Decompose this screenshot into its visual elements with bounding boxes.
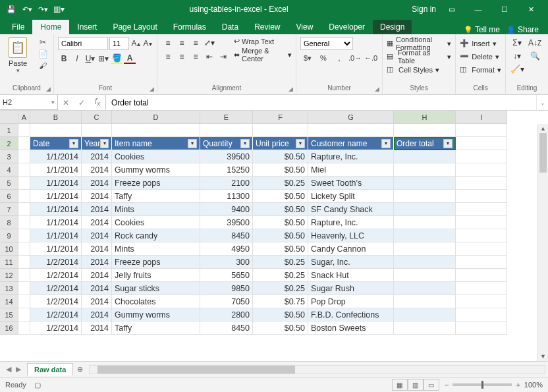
- cell[interactable]: $0.75: [253, 295, 308, 308]
- redo-icon[interactable]: ↷▾: [36, 2, 50, 16]
- paste-button[interactable]: 📋 Paste ▾: [4, 37, 32, 74]
- cut-icon[interactable]: ✂: [36, 37, 49, 47]
- formula-input[interactable]: [106, 95, 536, 110]
- cell[interactable]: [394, 295, 456, 308]
- scroll-up-icon[interactable]: ▲: [538, 124, 548, 133]
- tell-me[interactable]: Tell me: [464, 25, 500, 34]
- row-header[interactable]: 7: [0, 203, 18, 216]
- row-header[interactable]: 12: [0, 269, 18, 282]
- filter-button[interactable]: [69, 139, 78, 148]
- cell[interactable]: Sugar, Inc.: [308, 256, 394, 269]
- increase-decimal-icon[interactable]: .0→: [348, 52, 362, 64]
- tab-insert[interactable]: Insert: [69, 20, 105, 34]
- new-sheet-button[interactable]: ⊕: [73, 365, 86, 374]
- table-header-cust[interactable]: Customer name: [308, 137, 394, 150]
- cell[interactable]: Sugar sticks: [112, 282, 200, 295]
- cell[interactable]: 1/2/2014: [30, 322, 82, 335]
- cell[interactable]: [456, 269, 507, 282]
- cell[interactable]: [456, 295, 507, 308]
- cell[interactable]: Rapture, Inc.: [308, 150, 394, 163]
- cell[interactable]: 1/1/2014: [30, 229, 82, 242]
- wrap-text-button[interactable]: ↩Wrap Text: [234, 37, 292, 45]
- view-page-break-icon[interactable]: ▭: [424, 379, 439, 391]
- cell[interactable]: 2014: [82, 190, 112, 203]
- tab-home[interactable]: Home: [32, 20, 69, 34]
- cell[interactable]: Sugar Rush: [308, 282, 394, 295]
- cell[interactable]: [456, 242, 507, 256]
- col-header-F[interactable]: F: [253, 111, 308, 124]
- cell[interactable]: F.B.D. Confections: [308, 308, 394, 322]
- cell[interactable]: 1/1/2014: [30, 163, 82, 177]
- cell[interactable]: [394, 150, 456, 163]
- find-select-icon[interactable]: 🔍: [526, 50, 544, 62]
- fill-icon[interactable]: ↓▾: [510, 50, 524, 62]
- align-middle-icon[interactable]: ≡: [175, 37, 188, 49]
- row-header[interactable]: 1: [0, 124, 18, 137]
- tab-developer[interactable]: Developer: [321, 20, 373, 34]
- clear-icon[interactable]: 🧹▾: [510, 63, 524, 75]
- cell[interactable]: 2014: [82, 322, 112, 335]
- cell[interactable]: 1/2/2014: [30, 256, 82, 269]
- cell[interactable]: 1/1/2014: [30, 242, 82, 256]
- border-button[interactable]: ⊞▾: [97, 53, 109, 65]
- filter-button[interactable]: [381, 139, 391, 148]
- cell[interactable]: 1/1/2014: [30, 190, 82, 203]
- cell[interactable]: Sweet Tooth's: [308, 177, 394, 190]
- cell[interactable]: 39500: [200, 216, 253, 229]
- view-page-layout-icon[interactable]: ▥: [408, 379, 424, 391]
- cell[interactable]: [394, 308, 456, 322]
- orientation-icon[interactable]: ⤢▾: [203, 37, 216, 49]
- macro-record-icon[interactable]: ▢: [34, 381, 41, 389]
- cell[interactable]: [456, 229, 507, 242]
- align-right-icon[interactable]: ≡: [189, 51, 202, 63]
- table-header-item[interactable]: Item name: [112, 137, 200, 150]
- tab-data[interactable]: Data: [214, 20, 246, 34]
- cell[interactable]: [18, 203, 30, 216]
- italic-button[interactable]: I: [71, 53, 83, 65]
- cell[interactable]: Cookies: [112, 150, 200, 163]
- percent-format-icon[interactable]: %: [316, 52, 331, 64]
- table-header-date[interactable]: Date: [30, 137, 82, 150]
- cell[interactable]: 2014: [82, 229, 112, 242]
- cell[interactable]: 2014: [82, 308, 112, 322]
- row-header[interactable]: 14: [0, 295, 18, 308]
- worksheet-grid[interactable]: ABCDEFGHI12DateYearItem nameQuantityUnit…: [0, 111, 548, 361]
- autosum-icon[interactable]: Σ▾: [510, 37, 524, 49]
- cell[interactable]: [112, 124, 200, 137]
- dialog-launcher-icon[interactable]: ◢: [375, 84, 379, 94]
- cell[interactable]: 2014: [82, 269, 112, 282]
- cell[interactable]: $0.25: [253, 269, 308, 282]
- cell[interactable]: 2014: [82, 256, 112, 269]
- filter-button[interactable]: [443, 139, 452, 148]
- cell[interactable]: [394, 322, 456, 335]
- cell[interactable]: 2014: [82, 150, 112, 163]
- cell[interactable]: [200, 124, 253, 137]
- cell[interactable]: [456, 282, 507, 295]
- font-color-button[interactable]: A: [124, 53, 136, 65]
- cell[interactable]: [30, 124, 82, 137]
- cell[interactable]: [394, 190, 456, 203]
- cell[interactable]: [18, 190, 30, 203]
- accounting-format-icon[interactable]: $▾: [300, 52, 315, 64]
- cell[interactable]: Freeze pops: [112, 177, 200, 190]
- row-header[interactable]: 13: [0, 282, 18, 295]
- cell[interactable]: Taffy: [112, 322, 200, 335]
- filter-button[interactable]: [296, 139, 305, 148]
- underline-button[interactable]: U▾: [84, 53, 96, 65]
- scroll-down-icon[interactable]: ▼: [538, 352, 548, 361]
- zoom-slider[interactable]: [452, 383, 512, 386]
- decrease-indent-icon[interactable]: ⇤: [203, 51, 216, 63]
- conditional-formatting-button[interactable]: ▦Conditional Formatting ▾: [387, 37, 451, 50]
- sheet-tab-raw-data[interactable]: Raw data: [27, 363, 73, 376]
- cell[interactable]: Gummy worms: [112, 163, 200, 177]
- format-painter-icon[interactable]: 🖌: [36, 61, 49, 71]
- cell[interactable]: 2014: [82, 242, 112, 256]
- cell[interactable]: [18, 256, 30, 269]
- comma-format-icon[interactable]: ,: [332, 52, 346, 64]
- align-center-icon[interactable]: ≡: [175, 51, 188, 63]
- cell[interactable]: 1/1/2014: [30, 203, 82, 216]
- cell[interactable]: [394, 242, 456, 256]
- cell[interactable]: [394, 282, 456, 295]
- font-size-input[interactable]: [109, 37, 129, 50]
- share-button[interactable]: Share: [507, 25, 539, 34]
